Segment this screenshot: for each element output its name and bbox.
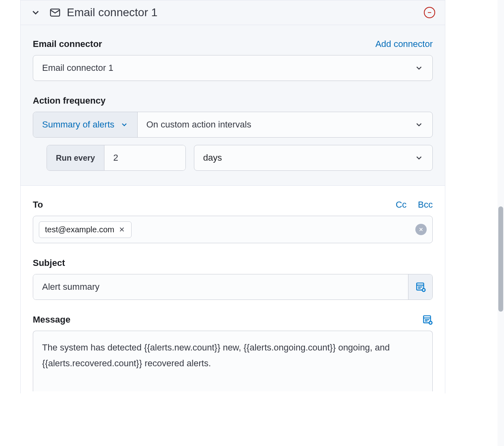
connector-config-section: Email connector Add connector Email conn… bbox=[21, 25, 445, 186]
insert-variable-message-button[interactable] bbox=[422, 314, 433, 325]
email-icon bbox=[49, 6, 61, 19]
recipient-pill: test@example.com bbox=[39, 221, 132, 238]
subject-label: Subject bbox=[33, 258, 65, 268]
cc-link[interactable]: Cc bbox=[396, 200, 406, 210]
frequency-interval-value: On custom action intervals bbox=[147, 119, 251, 130]
remove-connector-button[interactable] bbox=[424, 7, 435, 18]
scrollbar-track[interactable] bbox=[498, 0, 504, 446]
variable-icon bbox=[422, 314, 433, 325]
to-label: To bbox=[33, 200, 43, 210]
clear-recipients-button[interactable] bbox=[415, 224, 427, 235]
subject-row bbox=[33, 274, 433, 300]
variable-icon bbox=[415, 282, 426, 292]
to-input[interactable]: test@example.com bbox=[33, 216, 433, 243]
frequency-mode-value: Summary of alerts bbox=[42, 119, 115, 130]
connector-panel: Email connector 1 Email connector Add co… bbox=[20, 0, 445, 393]
email-fields-section: To Cc Bcc test@example.com Subjec bbox=[21, 186, 445, 393]
collapse-toggle[interactable] bbox=[30, 7, 41, 18]
chevron-down-icon bbox=[415, 120, 423, 129]
run-every-input[interactable] bbox=[104, 145, 185, 170]
connector-select[interactable]: Email connector 1 bbox=[33, 55, 433, 81]
recipient-email: test@example.com bbox=[45, 225, 114, 234]
add-connector-link[interactable]: Add connector bbox=[375, 39, 433, 49]
panel-title: Email connector 1 bbox=[67, 6, 421, 19]
chevron-down-icon bbox=[415, 64, 423, 72]
run-every-row: Run every days bbox=[47, 145, 433, 171]
message-label: Message bbox=[33, 314, 70, 325]
panel-header: Email connector 1 bbox=[21, 0, 445, 25]
bcc-link[interactable]: Bcc bbox=[418, 200, 433, 210]
connector-label: Email connector bbox=[33, 39, 102, 49]
insert-variable-button[interactable] bbox=[408, 274, 432, 299]
scrollbar-thumb[interactable] bbox=[498, 206, 503, 312]
run-every-unit-value: days bbox=[203, 153, 222, 163]
chevron-down-icon bbox=[415, 153, 423, 162]
remove-recipient-button[interactable] bbox=[118, 226, 125, 233]
subject-input[interactable] bbox=[33, 274, 408, 299]
message-textarea[interactable] bbox=[33, 331, 433, 391]
connector-select-value: Email connector 1 bbox=[42, 63, 113, 73]
frequency-label: Action frequency bbox=[33, 96, 106, 106]
frequency-interval-select[interactable]: On custom action intervals bbox=[138, 112, 433, 137]
run-every-label: Run every bbox=[47, 145, 104, 170]
frequency-mode-select[interactable]: Summary of alerts bbox=[33, 112, 138, 137]
frequency-row: Summary of alerts On custom action inter… bbox=[33, 112, 433, 138]
run-every-unit-select[interactable]: days bbox=[194, 145, 433, 171]
chevron-down-icon bbox=[120, 121, 128, 129]
run-every-group: Run every bbox=[47, 145, 186, 171]
